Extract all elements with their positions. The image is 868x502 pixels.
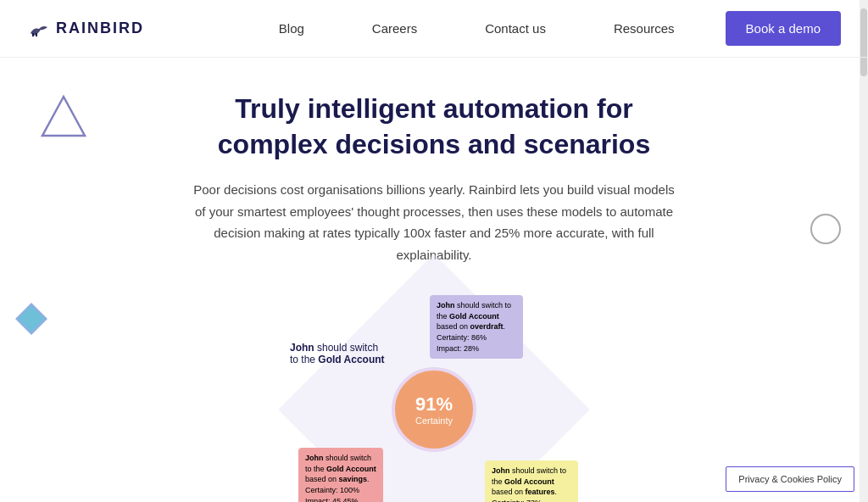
tooltip-savings-text: John should switch to the Gold Account b… [305, 454, 376, 502]
hero-section: Truly intelligent automation for complex… [0, 58, 868, 502]
diagram: John should switch to the Gold Account J… [290, 291, 578, 502]
book-demo-button[interactable]: Book a demo [726, 11, 841, 46]
logo-text: RAINBIRD [56, 20, 144, 37]
svg-rect-0 [32, 33, 34, 36]
hero-subtitle: Poor decisions cost organisations billio… [188, 179, 680, 265]
scrollbar[interactable] [860, 0, 868, 502]
nav-blog[interactable]: Blog [279, 21, 304, 36]
nav-careers[interactable]: Careers [372, 21, 417, 36]
tooltip-features: John should switch to the Gold Account b… [485, 460, 578, 502]
nav-links: Blog Careers Contact us Resources [279, 21, 675, 36]
privacy-banner[interactable]: Privacy & Cookies Policy [726, 466, 854, 492]
logo[interactable]: RAINBIRD [27, 20, 144, 37]
diagram-label-bold: John [290, 342, 314, 354]
nav-resources[interactable]: Resources [614, 21, 675, 36]
certainty-label: Certainty [415, 416, 453, 426]
svg-rect-1 [36, 33, 37, 36]
hero-title: Truly intelligent automation for complex… [180, 92, 688, 162]
certainty-percent: 91% [415, 393, 453, 416]
tooltip-overdraft: John should switch to the Gold Account b… [430, 295, 523, 359]
tooltip-savings: John should switch to the Gold Account b… [298, 448, 383, 502]
diagram-main-label: John should switch to the Gold Account [290, 342, 385, 365]
diagram-label-text1: should switch [317, 342, 378, 354]
tooltip-overdraft-text: John should switch to the Gold Account b… [437, 301, 511, 352]
certainty-circle: 91% Certainty [392, 367, 476, 452]
logo-icon [27, 20, 51, 37]
navbar: RAINBIRD Blog Careers Contact us Resourc… [0, 0, 868, 58]
nav-contact[interactable]: Contact us [485, 21, 546, 36]
diagram-label-text2: to the Gold Account [290, 354, 385, 365]
tooltip-features-text: John should switch to the Gold Account b… [492, 466, 566, 502]
